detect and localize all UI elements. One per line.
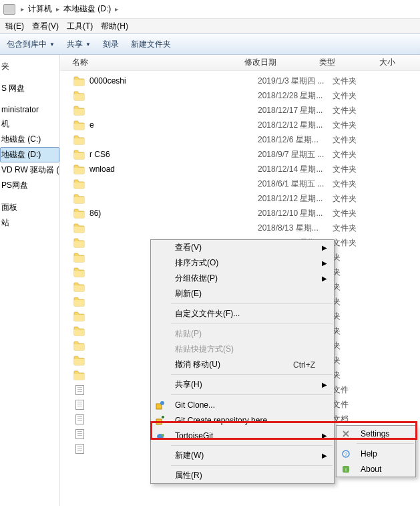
folder-icon [73,297,85,307]
separator [171,465,333,466]
toolbar-new-folder[interactable]: 新建文件夹 [131,39,171,50]
file-type: 文件夹 [333,237,391,249]
submenu-item[interactable]: iAbout [337,461,415,477]
folder-icon [73,76,85,86]
menu-item-label: 分组依据(P) [170,273,322,284]
separator [171,394,333,395]
submenu-arrow-icon: ▶ [322,452,334,459]
context-menu-item[interactable]: 撤消 移动(U)Ctrl+Z [151,357,334,372]
context-menu-item[interactable]: 排序方式(O)▶ [151,255,334,271]
file-row[interactable]: 2018/6/1 星期五 ...文件夹 [60,176,420,191]
menu-item-label: 查看(V) [170,242,322,253]
file-type: 文件夹 [333,149,391,160]
sidebar-item[interactable]: 机 [0,116,59,132]
sidebar-item[interactable]: 面板 [0,200,59,215]
sidebar-item[interactable]: 地磁盘 (C:) [0,132,59,147]
breadcrumb-computer[interactable]: 计算机 [27,3,53,15]
column-size[interactable]: 大小 [379,57,395,68]
context-menu-item[interactable]: 共享(H)▶ [151,377,334,392]
column-date[interactable]: 修改日期 [244,57,319,68]
separator [357,443,414,444]
menu-item-label: 属性(R) [170,470,322,481]
sidebar-item[interactable]: 地磁盘 (D:) [0,147,59,162]
file-row[interactable]: 2018/12/12 星期...文件夹 [60,191,420,206]
sidebar-item[interactable]: ministrator [0,103,59,116]
file-row[interactable]: 86)2018/12/10 星期...文件夹 [60,206,420,221]
context-menu-item[interactable]: 刷新(E) [151,286,334,301]
context-menu[interactable]: 查看(V)▶排序方式(O)▶分组依据(P)▶刷新(E)自定义文件夹(F)...粘… [150,239,335,484]
toolbar-include-library[interactable]: 包含到库中 ▼ [7,39,55,50]
submenu-arrow-icon: ▶ [322,259,334,267]
navigation-pane[interactable]: 夹S 网盘ministrator机地磁盘 (C:)地磁盘 (D:)VD RW 驱… [0,55,60,506]
menu-item-label: 共享(H) [170,379,322,390]
submenu-arrow-icon: ▶ [322,275,334,282]
file-row[interactable]: 2018/8/13 星期...文件夹 [60,221,420,235]
file-type: 文件 [333,384,391,396]
folder-icon [73,282,85,292]
menu-help[interactable]: 帮助(H) [97,19,132,33]
tortoise-icon [151,431,170,440]
file-type: 夹 [333,370,391,381]
column-headers[interactable]: 名称 修改日期 类型 大小 [60,55,420,71]
file-row[interactable]: 2018/12/6 星期...文件夹 [60,132,420,147]
command-bar: 包含到库中 ▼ 共享 ▼ 刻录 新建文件夹 [0,33,420,55]
column-type[interactable]: 类型 [319,57,379,68]
context-menu-item[interactable]: 自定义文件夹(F)... [151,306,334,322]
document-icon [73,414,85,424]
help-icon: ? [337,449,355,459]
breadcrumb-drive-d[interactable]: 本地磁盘 (D:) [62,3,112,15]
menu-item-label: TortoiseGit [170,431,322,440]
git-clone-icon [151,400,170,410]
file-date: 2018/12/12 星期... [258,120,333,131]
sidebar-item[interactable]: 站 [0,215,59,231]
file-date: 2018/12/28 星期... [258,90,333,102]
drive-icon [3,4,15,15]
svg-point-5 [345,432,347,435]
file-row[interactable]: 0000ceshi2019/1/3 星期四 ...文件夹 [60,74,420,88]
menu-tools[interactable]: 工具(T) [63,19,97,33]
context-menu-item[interactable]: TortoiseGit▶ [151,428,334,443]
file-date: 2019/1/3 星期四 ... [258,76,333,87]
column-name[interactable]: 名称 [72,57,244,68]
file-type: 文件夹 [333,90,391,102]
toolbar-share[interactable]: 共享 ▼ [67,39,91,50]
submenu-item[interactable]: Settings [337,426,415,441]
submenu-arrow-icon: ▶ [322,432,334,439]
menu-item-label: 粘贴(P) [170,328,322,340]
document-icon [73,429,85,439]
file-type: 文件夹 [333,193,391,205]
file-type: 文件夹 [333,76,391,87]
folder-icon [73,164,85,174]
sidebar-item[interactable]: PS网盘 [0,178,59,193]
file-name: 0000ceshi [89,76,258,86]
folder-icon [73,356,85,366]
file-row[interactable]: wnload2018/12/14 星期...文件夹 [60,162,420,176]
context-menu-item[interactable]: Git Create repository here... [151,412,334,428]
context-menu-item[interactable]: 分组依据(P)▶ [151,271,334,286]
sidebar-item[interactable]: VD RW 驱动器 ( [0,162,59,178]
menu-item-label: 粘贴快捷方式(S) [170,344,322,355]
svg-text:?: ? [345,451,348,457]
tortoisegit-submenu[interactable]: Settings?HelpiAbout [336,425,416,477]
menu-bar: 辑(E) 查看(V) 工具(T) 帮助(H) [0,19,420,33]
file-row[interactable]: r CS62018/9/7 星期五 ...文件夹 [60,147,420,162]
file-row[interactable]: 2018/12/17 星期...文件夹 [60,103,420,118]
context-menu-item[interactable]: 查看(V)▶ [151,240,334,255]
sidebar-item[interactable]: S 网盘 [0,81,59,96]
menu-edit[interactable]: 辑(E) [1,19,28,33]
submenu-item[interactable]: ?Help [337,446,415,461]
context-menu-item[interactable]: Git Clone... [151,397,334,412]
file-type: 夹 [333,326,391,337]
context-menu-item[interactable]: 属性(R) [151,468,334,483]
address-bar[interactable]: ▸ 计算机 ▸ 本地磁盘 (D:) ▸ [0,0,420,19]
menu-view[interactable]: 查看(V) [28,19,63,33]
file-row[interactable]: 2018/12/28 星期...文件夹 [60,88,420,103]
context-menu-item[interactable]: 新建(W)▶ [151,448,334,463]
sidebar-item[interactable]: 夹 [0,59,59,74]
document-icon [73,385,85,395]
file-date: 2018/12/14 星期... [258,164,333,175]
separator [171,374,333,375]
toolbar-burn[interactable]: 刻录 [103,39,119,50]
file-type: 夹 [333,311,391,322]
file-row[interactable]: e2018/12/12 星期...文件夹 [60,118,420,132]
